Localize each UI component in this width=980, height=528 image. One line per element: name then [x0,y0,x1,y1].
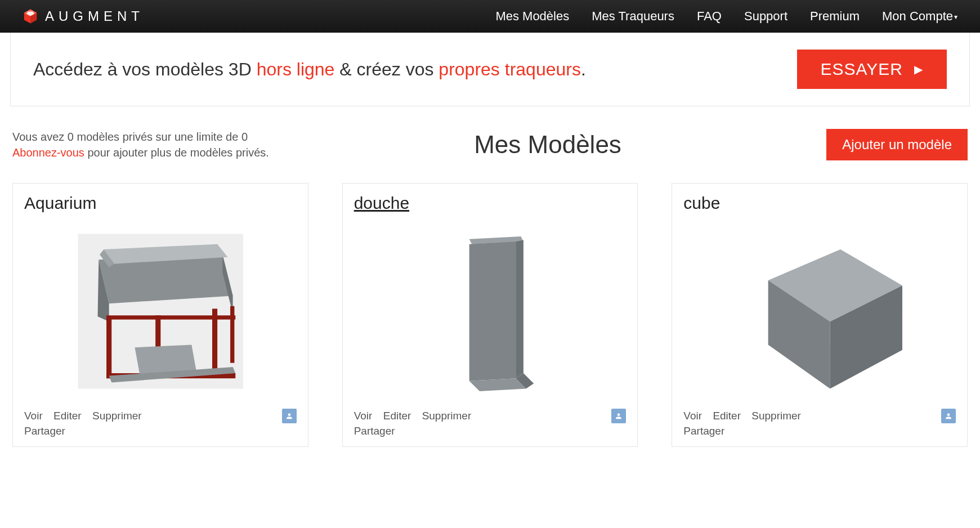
delete-link[interactable]: Supprimer [422,410,472,422]
svg-rect-10 [106,316,111,378]
share-link[interactable]: Partager [354,425,395,437]
subscribe-link[interactable]: Abonnez-vous [12,146,84,159]
view-link[interactable]: Voir [354,410,373,422]
banner-text: Accédez à vos modèles 3D hors ligne & cr… [33,59,586,80]
top-navbar: AUGMENT Mes Modèles Mes Traqueurs FAQ Su… [0,0,980,33]
svg-marker-20 [516,240,523,378]
model-card: cube Voir Editer Supprimer Partager [672,183,968,447]
model-thumbnail[interactable] [24,218,297,404]
page-header-row: Vous avez 0 modèles privés sur une limit… [0,106,980,177]
model-action-links: Voir Editer Supprimer Partager [683,409,809,438]
svg-marker-19 [469,241,516,381]
share-link[interactable]: Partager [24,425,65,437]
svg-rect-13 [230,306,234,363]
edit-link[interactable]: Editer [53,410,82,422]
nav-links: Mes Modèles Mes Traqueurs FAQ Support Pr… [495,9,957,24]
quota-info: Vous avez 0 modèles privés sur une limit… [12,129,269,160]
brand-logo[interactable]: AUGMENT [23,8,144,24]
model-title[interactable]: Aquarium [24,194,297,213]
model-action-links: Voir Editer Supprimer Partager [354,409,480,438]
nav-mon-compte[interactable]: Mon Compte▾ [882,9,957,24]
nav-mes-traqueurs[interactable]: Mes Traqueurs [592,9,674,24]
share-icon[interactable] [611,409,626,423]
model-title[interactable]: douche [354,194,627,213]
share-icon[interactable] [941,409,956,423]
view-link[interactable]: Voir [683,410,702,422]
model-action-links: Voir Editer Supprimer Partager [24,409,150,438]
share-link[interactable]: Partager [683,425,724,437]
nav-premium[interactable]: Premium [810,9,860,24]
model-card: Aquarium [12,183,308,447]
chevron-down-icon: ▾ [954,13,957,21]
model-card: douche Voir Editer Supprimer Partager [342,183,638,447]
model-thumbnail[interactable] [683,218,956,404]
delete-link[interactable]: Supprimer [751,410,801,422]
nav-mes-modeles[interactable]: Mes Modèles [495,9,569,24]
page-title: Mes Modèles [269,131,826,159]
nav-support[interactable]: Support [744,9,787,24]
try-button[interactable]: ESSAYER ▶ [797,50,947,89]
brand-name: AUGMENT [45,8,144,24]
svg-rect-15 [106,315,235,319]
view-link[interactable]: Voir [24,410,43,422]
nav-faq[interactable]: FAQ [697,9,722,24]
add-model-button[interactable]: Ajouter un modèle [826,129,968,160]
cube-logo-icon [23,8,38,24]
edit-link[interactable]: Editer [713,410,741,422]
play-icon: ▶ [914,62,923,76]
models-grid: Aquarium [0,177,980,464]
model-thumbnail[interactable] [354,218,627,404]
model-title[interactable]: cube [683,194,956,213]
delete-link[interactable]: Supprimer [92,410,142,422]
promo-banner: Accédez à vos modèles 3D hors ligne & cr… [10,33,970,106]
edit-link[interactable]: Editer [383,410,411,422]
share-icon[interactable] [282,409,297,423]
